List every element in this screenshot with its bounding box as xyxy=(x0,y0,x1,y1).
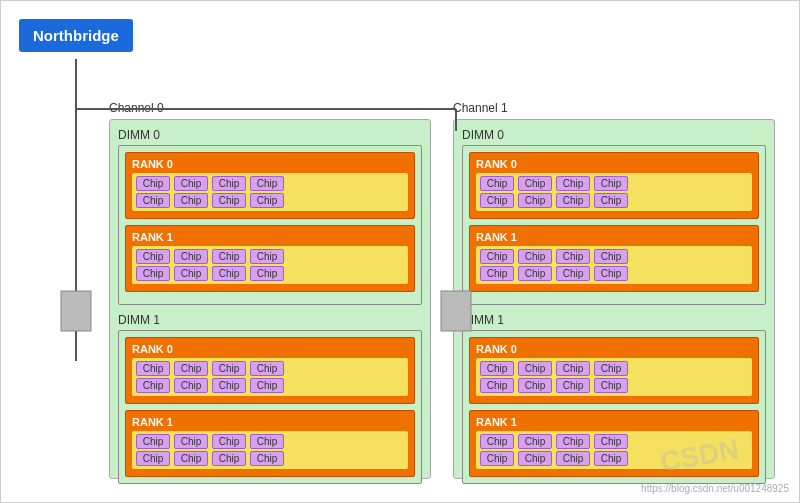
chip: Chip xyxy=(518,266,552,281)
chip: Chip xyxy=(250,361,284,376)
chip: Chip xyxy=(594,434,628,449)
chip-row: Chip Chip Chip Chip xyxy=(136,451,404,466)
chip: Chip xyxy=(556,193,590,208)
channel1-dimm1-rank0-chips: Chip Chip Chip Chip Chip Chip Chip Chip xyxy=(476,358,752,396)
northbridge-box: Northbridge xyxy=(19,19,133,52)
chip: Chip xyxy=(556,451,590,466)
channel0-dimm0-label: DIMM 0 xyxy=(118,128,422,142)
chip: Chip xyxy=(556,249,590,264)
channel0-label: Channel 0 xyxy=(109,101,164,115)
chip: Chip xyxy=(212,451,246,466)
chip: Chip xyxy=(136,249,170,264)
chip: Chip xyxy=(556,378,590,393)
channel1-dimm1-rank0: RANK 0 Chip Chip Chip Chip Chip Chip Chi… xyxy=(469,337,759,404)
channel0-dimm1-rank0-label: RANK 0 xyxy=(132,343,408,355)
channel1-dimm1-rank0-label: RANK 0 xyxy=(476,343,752,355)
chip: Chip xyxy=(480,378,514,393)
channel1-dimm0: RANK 0 Chip Chip Chip Chip Chip Chip Chi… xyxy=(462,145,766,305)
chip: Chip xyxy=(594,176,628,191)
chip: Chip xyxy=(174,451,208,466)
chip-row: Chip Chip Chip Chip xyxy=(136,266,404,281)
chip: Chip xyxy=(212,193,246,208)
chip: Chip xyxy=(136,176,170,191)
chip: Chip xyxy=(594,249,628,264)
chip: Chip xyxy=(518,451,552,466)
chip-row: Chip Chip Chip Chip xyxy=(136,361,404,376)
chip: Chip xyxy=(518,249,552,264)
chip: Chip xyxy=(212,176,246,191)
chip: Chip xyxy=(174,378,208,393)
chip: Chip xyxy=(174,176,208,191)
chip: Chip xyxy=(556,361,590,376)
chip-row: Chip Chip Chip Chip xyxy=(480,361,748,376)
channel0-dimm0-rank1: RANK 1 Chip Chip Chip Chip Chip Chip Chi… xyxy=(125,225,415,292)
chip: Chip xyxy=(594,266,628,281)
channel0-dimm1-label: DIMM 1 xyxy=(118,313,422,327)
channel1-dimm0-rank1-label: RANK 1 xyxy=(476,231,752,243)
chip: Chip xyxy=(480,434,514,449)
channel1-dimm0-rank1-chips: Chip Chip Chip Chip Chip Chip Chip Chip xyxy=(476,246,752,284)
channel1-dimm0-label: DIMM 0 xyxy=(462,128,766,142)
chip-row: Chip Chip Chip Chip xyxy=(136,378,404,393)
chip: Chip xyxy=(594,378,628,393)
channel1-dimm1: RANK 0 Chip Chip Chip Chip Chip Chip Chi… xyxy=(462,330,766,484)
chip: Chip xyxy=(480,266,514,281)
channel1-dimm1-rank1: RANK 1 Chip Chip Chip Chip Chip Chip Chi… xyxy=(469,410,759,477)
chip: Chip xyxy=(136,266,170,281)
channel1-dimm1-label: DIMM 1 xyxy=(462,313,766,327)
chip: Chip xyxy=(136,361,170,376)
chip-row: Chip Chip Chip Chip xyxy=(480,249,748,264)
chip: Chip xyxy=(518,378,552,393)
chip: Chip xyxy=(250,266,284,281)
chip: Chip xyxy=(136,451,170,466)
chip: Chip xyxy=(136,434,170,449)
channel0-block: DIMM 0 RANK 0 Chip Chip Chip Chip Chip C… xyxy=(109,119,431,479)
chip-row: Chip Chip Chip Chip xyxy=(136,176,404,191)
channel1-dimm0-rank1: RANK 1 Chip Chip Chip Chip Chip Chip Chi… xyxy=(469,225,759,292)
channel0-dimm0-rank0: RANK 0 Chip Chip Chip Chip Chip Chip Chi… xyxy=(125,152,415,219)
channel1-dimm0-rank0: RANK 0 Chip Chip Chip Chip Chip Chip Chi… xyxy=(469,152,759,219)
chip-row: Chip Chip Chip Chip xyxy=(136,434,404,449)
chip: Chip xyxy=(250,176,284,191)
chip: Chip xyxy=(212,434,246,449)
channel1-dimm1-rank1-label: RANK 1 xyxy=(476,416,752,428)
url-text: https://blog.csdn.net/u001248925 xyxy=(641,483,789,494)
chip: Chip xyxy=(174,249,208,264)
chip: Chip xyxy=(174,434,208,449)
chip: Chip xyxy=(480,451,514,466)
chip: Chip xyxy=(250,451,284,466)
channel0-dimm1-rank0-chips: Chip Chip Chip Chip Chip Chip Chip Chip xyxy=(132,358,408,396)
channel0-dimm1-rank1-label: RANK 1 xyxy=(132,416,408,428)
chip: Chip xyxy=(174,266,208,281)
chip: Chip xyxy=(594,451,628,466)
channel0-dimm1: RANK 0 Chip Chip Chip Chip Chip Chip Chi… xyxy=(118,330,422,484)
channel1-block: DIMM 0 RANK 0 Chip Chip Chip Chip Chip C… xyxy=(453,119,775,479)
channel1-dimm0-rank0-chips: Chip Chip Chip Chip Chip Chip Chip Chip xyxy=(476,173,752,211)
chip: Chip xyxy=(518,176,552,191)
chip: Chip xyxy=(212,361,246,376)
chip: Chip xyxy=(518,434,552,449)
chip: Chip xyxy=(250,378,284,393)
channel1-dimm1-rank1-chips: Chip Chip Chip Chip Chip Chip Chip Chip xyxy=(476,431,752,469)
chip-row: Chip Chip Chip Chip xyxy=(480,378,748,393)
chip-row: Chip Chip Chip Chip xyxy=(480,434,748,449)
channel0-dimm0-rank1-chips: Chip Chip Chip Chip Chip Chip Chip Chip xyxy=(132,246,408,284)
chip-row: Chip Chip Chip Chip xyxy=(136,193,404,208)
channel0-dimm1-rank1: RANK 1 Chip Chip Chip Chip Chip Chip Chi… xyxy=(125,410,415,477)
channel1-label: Channel 1 xyxy=(453,101,508,115)
channel0-dimm0: RANK 0 Chip Chip Chip Chip Chip Chip Chi… xyxy=(118,145,422,305)
chip: Chip xyxy=(594,193,628,208)
chip: Chip xyxy=(174,193,208,208)
northbridge-label: Northbridge xyxy=(33,27,119,44)
chip: Chip xyxy=(480,193,514,208)
chip-row: Chip Chip Chip Chip xyxy=(480,176,748,191)
main-container: Northbridge Channel 0 DIMM 0 RANK 0 Chip xyxy=(0,0,800,503)
channel0-dimm1-rank0: RANK 0 Chip Chip Chip Chip Chip Chip Chi… xyxy=(125,337,415,404)
channel0-dimm0-rank0-chips: Chip Chip Chip Chip Chip Chip Chip Chip xyxy=(132,173,408,211)
channel1-dimm0-rank0-label: RANK 0 xyxy=(476,158,752,170)
chip: Chip xyxy=(480,176,514,191)
chip-row: Chip Chip Chip Chip xyxy=(480,451,748,466)
channel0-dimm0-rank0-label: RANK 0 xyxy=(132,158,408,170)
chip-row: Chip Chip Chip Chip xyxy=(136,249,404,264)
chip: Chip xyxy=(480,361,514,376)
